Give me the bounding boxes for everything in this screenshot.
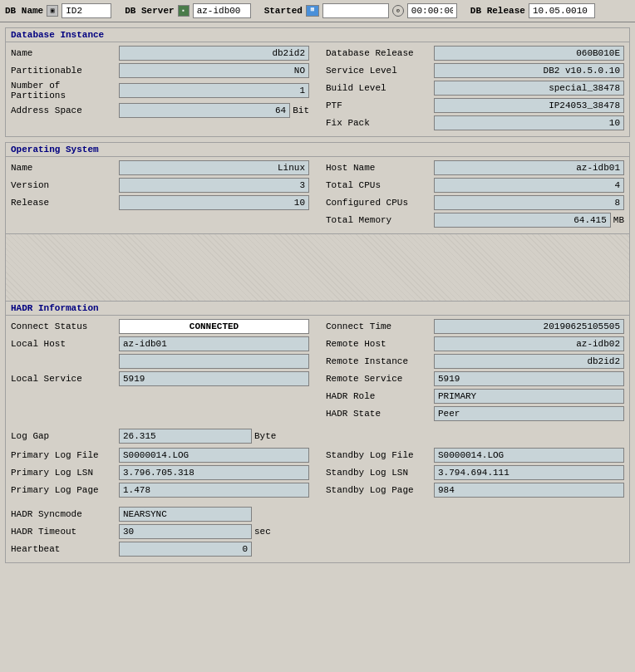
field-label: Configured CPUs	[326, 198, 434, 208]
standby-log-page-label: Standby Log Page	[326, 485, 434, 495]
field-value: 10	[119, 195, 309, 210]
field-value: 1	[119, 83, 309, 98]
field-label: Address Space	[11, 105, 119, 115]
field-value: az-idb01	[434, 160, 624, 175]
field-value: db2id2	[119, 46, 309, 61]
field-row: Configured CPUs 8	[326, 195, 624, 210]
field-label: Release	[11, 198, 119, 208]
hadr-state-row: HADR State Peer	[326, 406, 624, 421]
started-input[interactable]	[322, 3, 389, 18]
standby-log-page-value: 984	[434, 483, 624, 498]
field-value: 10	[434, 115, 624, 130]
standby-log-file-value: S0000014.LOG	[434, 448, 624, 463]
field-label: Name	[11, 163, 119, 173]
hadr-left-col: Connect Status CONNECTED Local Host az-i…	[11, 319, 309, 424]
database-instance-content: Name db2id2 Partitionable NO Number of P…	[6, 42, 629, 136]
connect-time-row: Connect Time 20190625105505	[326, 319, 624, 334]
started-field: Started ▦ ⊙	[264, 3, 457, 18]
time-input[interactable]	[407, 3, 457, 18]
database-instance-right: Database Release 060B010E Service Level …	[326, 46, 624, 133]
field-suffix: MB	[613, 215, 624, 225]
field-value: 3	[119, 178, 309, 193]
remote-service-row: Remote Service 5919	[326, 371, 624, 386]
db-name-input[interactable]	[62, 3, 111, 18]
connect-time-value: 20190625105505	[434, 319, 624, 334]
empty-value	[119, 354, 309, 369]
started-label: Started	[264, 6, 303, 16]
db-release-input[interactable]	[529, 3, 595, 18]
operating-system-content: Name Linux Version 3 Release 10 Host Nam…	[6, 157, 629, 233]
connect-status-label: Connect Status	[11, 321, 119, 331]
standby-log-page-row: Standby Log Page 984	[326, 483, 624, 498]
hadr-sync-area: HADR Syncmode NEARSYNC HADR Timeout 30 s…	[6, 503, 629, 562]
hadr-role-row: HADR Role PRIMARY	[326, 389, 624, 404]
field-label: PTF	[326, 101, 434, 110]
log-gap-area: Log Gap 26.315 Byte	[6, 427, 629, 448]
db-release-label: DB Release	[470, 6, 525, 16]
hadr-section: HADR Information Connect Status CONNECTE…	[5, 301, 630, 563]
field-label: Total Memory	[326, 215, 434, 225]
db-server-field: DB Server ▪	[125, 3, 250, 18]
field-row: Partitionable NO	[11, 63, 309, 78]
header-bar: DB Name ▣ DB Server ▪ Started ▦ ⊙ DB Rel…	[0, 0, 635, 22]
connect-status-value: CONNECTED	[119, 319, 309, 334]
local-service-value: 5919	[119, 371, 309, 386]
clock-icon: ⊙	[392, 5, 404, 17]
remote-host-value: az-idb02	[434, 336, 624, 351]
field-label: Name	[11, 48, 119, 58]
field-row: Number of Partitions 1	[11, 81, 309, 101]
field-row: Name db2id2	[11, 46, 309, 61]
field-row: Version 3	[11, 178, 309, 193]
field-value: 64.415	[434, 213, 611, 228]
field-value: 4	[434, 178, 624, 193]
database-instance-section: Database Instance Name db2id2 Partitiona…	[5, 27, 630, 137]
local-service-row: Local Service 5919	[11, 371, 309, 386]
db-icon: ▣	[47, 5, 58, 17]
log-gap-label: Log Gap	[11, 431, 119, 441]
remote-service-value: 5919	[434, 371, 624, 386]
remote-host-row: Remote Host az-idb02	[326, 336, 624, 351]
primary-log-page-value: 1.478	[119, 483, 309, 498]
db-name-label: DB Name	[5, 6, 43, 16]
field-label: Database Release	[326, 48, 434, 58]
primary-log-page-row: Primary Log Page 1.478	[11, 483, 309, 498]
log-gap-row: Log Gap 26.315 Byte	[11, 429, 624, 444]
hadr-role-label: HADR Role	[326, 391, 434, 401]
standby-log-lsn-value: 3.794.694.111	[434, 465, 624, 480]
db-name-field: DB Name ▣	[5, 3, 111, 18]
standby-log-lsn-row: Standby Log LSN 3.794.694.111	[326, 465, 624, 480]
database-instance-left: Name db2id2 Partitionable NO Number of P…	[11, 46, 309, 133]
operating-system-left: Name Linux Version 3 Release 10	[11, 160, 309, 230]
field-value: 060B010E	[434, 46, 624, 61]
hadr-role-value: PRIMARY	[434, 389, 624, 404]
field-row: Name Linux	[11, 160, 309, 175]
heartbeat-value: 0	[119, 542, 252, 557]
field-row: Address Space 64 Bit	[11, 103, 309, 118]
remote-instance-row: Remote Instance db2id2	[326, 354, 624, 369]
field-label: Partitionable	[11, 66, 119, 76]
field-row: Host Name az-idb01	[326, 160, 624, 175]
field-row: PTF IP24053_38478	[326, 98, 624, 113]
db-server-label: DB Server	[125, 6, 174, 16]
field-row: Total Memory 64.415 MB	[326, 213, 624, 228]
hadr-timeout-row: HADR Timeout 30 sec	[11, 524, 624, 539]
field-label: Host Name	[326, 163, 434, 173]
field-label: Total CPUs	[326, 180, 434, 190]
hadr-syncmode-label: HADR Syncmode	[11, 509, 119, 519]
log-gap-suffix: Byte	[254, 431, 276, 441]
monitor-icon: ▦	[306, 5, 319, 17]
empty-row	[11, 354, 309, 369]
local-host-row: Local Host az-idb01	[11, 336, 309, 351]
field-value: Linux	[119, 160, 309, 175]
hadr-connect-content: Connect Status CONNECTED Local Host az-i…	[6, 316, 629, 427]
local-host-value: az-idb01	[119, 336, 309, 351]
field-value: 8	[434, 195, 624, 210]
hadr-timeout-value: 30	[119, 524, 252, 539]
field-label: Service Level	[326, 66, 434, 76]
heartbeat-row: Heartbeat 0	[11, 542, 624, 557]
log-files-content: Primary Log File S0000014.LOG Primary Lo…	[6, 448, 629, 503]
remote-instance-value: db2id2	[434, 354, 624, 369]
db-server-input[interactable]	[193, 3, 251, 18]
field-row: Release 10	[11, 195, 309, 210]
db-release-field: DB Release	[470, 3, 595, 18]
